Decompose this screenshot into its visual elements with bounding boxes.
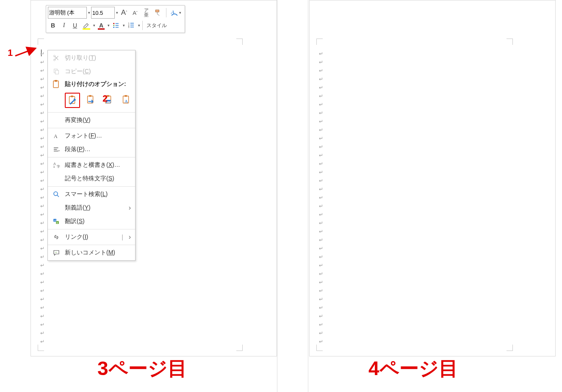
menu-separator bbox=[48, 157, 135, 157]
svg-line-41 bbox=[15, 48, 36, 56]
svg-rect-2 bbox=[116, 23, 119, 24]
paragraph-marks: ↵↵↵↵↵↵↵↵↵↵ ↵↵↵↵↵↵↵↵↵↵ ↵↵↵↵↵↵↵↵↵↵ ↵↵↵↵↵ bbox=[319, 50, 323, 346]
svg-rect-20 bbox=[71, 96, 73, 97]
dropdown-icon[interactable]: ▾ bbox=[88, 11, 90, 15]
svg-rect-18 bbox=[55, 80, 57, 82]
bold-button[interactable]: B bbox=[48, 20, 58, 31]
dropdown-icon[interactable]: ▾ bbox=[108, 23, 110, 28]
menu-separator bbox=[48, 229, 135, 229]
svg-rect-16 bbox=[55, 70, 59, 74]
svg-rect-22 bbox=[89, 95, 91, 97]
menu-separator bbox=[48, 112, 135, 113]
underline-button[interactable]: U bbox=[70, 20, 80, 31]
svg-text:あ: あ bbox=[54, 219, 56, 221]
grow-font-button[interactable]: Aˆ bbox=[119, 7, 129, 18]
svg-point-1 bbox=[113, 23, 114, 24]
menu-paste-options-title: 貼り付けのオプション: bbox=[48, 78, 135, 90]
format-painter-button[interactable] bbox=[152, 7, 164, 18]
svg-text:A: A bbox=[125, 99, 128, 104]
mini-toolbar: ▾ ▾ Aˆ Aˇ ア 亜 A ▾ B I U ▾ A ▾ bbox=[46, 5, 185, 33]
annotation-page-right: 4ページ目 bbox=[368, 356, 458, 382]
ruby-bottom: 亜 bbox=[144, 13, 148, 17]
menu-label: 段落(P)… bbox=[65, 146, 91, 153]
annotation-arrow bbox=[14, 46, 38, 58]
page-4[interactable]: ↵↵↵↵↵↵↵↵↵↵ ↵↵↵↵↵↵↵↵↵↵ ↵↵↵↵↵↵↵↵↵↵ ↵↵↵↵↵ bbox=[309, 0, 556, 356]
styles-dropdown-button[interactable]: A ▾ bbox=[169, 7, 183, 18]
italic-button[interactable]: I bbox=[59, 20, 69, 31]
annotation-number-2: 2 bbox=[102, 93, 108, 104]
copy-icon bbox=[51, 68, 61, 75]
menu-label: 再変換(V) bbox=[65, 116, 91, 124]
crop-mark bbox=[316, 39, 323, 45]
menu-paragraph[interactable]: 段落(P)… bbox=[48, 143, 135, 156]
numbering-button[interactable]: 1 2 3 bbox=[126, 20, 137, 31]
font-color-button[interactable]: A bbox=[96, 20, 106, 31]
highlight-button[interactable] bbox=[81, 20, 92, 31]
dropdown-icon[interactable]: ▾ bbox=[123, 23, 125, 28]
dropdown-icon: ▾ bbox=[179, 11, 181, 15]
svg-text:a: a bbox=[57, 221, 58, 224]
paste-keep-source-formatting[interactable] bbox=[65, 93, 80, 108]
bullets-button[interactable] bbox=[111, 20, 122, 31]
styles-button[interactable]: スタイル bbox=[145, 20, 169, 31]
paste-merge-formatting[interactable] bbox=[83, 93, 98, 107]
page-gap bbox=[277, 0, 308, 392]
menu-label: コピー(C) bbox=[65, 68, 91, 75]
menu-translate[interactable]: あa 翻訳(S) bbox=[48, 215, 135, 228]
svg-rect-31 bbox=[54, 149, 57, 150]
menu-label: 貼り付けのオプション: bbox=[65, 80, 126, 88]
menu-smart-lookup[interactable]: スマート検索(L) bbox=[48, 188, 135, 201]
menu-font[interactable]: A フォント(F)… bbox=[48, 129, 135, 143]
menu-link[interactable]: リンク(I) | bbox=[48, 230, 135, 244]
phonetic-guide-button[interactable]: ア 亜 bbox=[141, 7, 151, 18]
menu-new-comment[interactable]: + 新しいコメント(M) bbox=[48, 246, 135, 259]
menu-reconvert[interactable]: 再変換(V) bbox=[48, 113, 135, 127]
font-size-select[interactable] bbox=[91, 7, 115, 19]
menu-symbols[interactable]: 記号と特殊文字(S) bbox=[48, 172, 135, 185]
svg-point-5 bbox=[113, 27, 114, 28]
svg-point-35 bbox=[54, 192, 58, 196]
annotation-number-1: 1 bbox=[8, 47, 13, 58]
text-direction-icon: A字 bbox=[51, 161, 61, 169]
crop-mark bbox=[38, 39, 44, 45]
annotation-page-left: 3ページ目 bbox=[97, 356, 187, 382]
dropdown-icon[interactable]: ▾ bbox=[138, 23, 140, 28]
svg-rect-27 bbox=[125, 95, 127, 97]
menu-separator bbox=[48, 186, 135, 187]
menu-label: スマート検索(L) bbox=[65, 190, 108, 198]
menu-label: フォント(F)… bbox=[65, 132, 102, 140]
dropdown-icon[interactable]: ▾ bbox=[116, 11, 118, 15]
menu-synonyms[interactable]: 類義語(Y) bbox=[48, 201, 135, 215]
font-family-select[interactable] bbox=[48, 7, 87, 19]
svg-rect-17 bbox=[53, 81, 58, 88]
menu-cut[interactable]: 切り取り(T) bbox=[48, 51, 135, 65]
paragraph-marks: ↵↵↵↵↵↵↵↵↵↵ ↵↵↵↵↵↵↵↵↵↵ ↵↵↵↵↵↵↵↵↵↵ ↵↵↵↵↵ bbox=[40, 50, 44, 346]
menu-label: 縦書きと横書き(X)… bbox=[65, 161, 120, 169]
svg-rect-8 bbox=[130, 23, 134, 24]
crop-mark bbox=[507, 345, 513, 351]
crop-mark bbox=[507, 39, 513, 45]
separator bbox=[166, 8, 166, 17]
dropdown-icon[interactable]: ▾ bbox=[93, 23, 95, 28]
svg-rect-32 bbox=[54, 151, 58, 152]
paste-text-only[interactable]: A bbox=[119, 93, 133, 107]
svg-point-3 bbox=[113, 25, 114, 26]
font-icon: A bbox=[51, 132, 61, 140]
svg-text:字: 字 bbox=[57, 165, 60, 168]
crop-mark bbox=[236, 345, 243, 351]
menu-label: 翻訳(S) bbox=[65, 218, 85, 225]
crop-mark bbox=[236, 39, 243, 45]
menu-label: リンク(I) bbox=[65, 233, 88, 241]
separator bbox=[142, 21, 143, 30]
menu-label: 記号と特殊文字(S) bbox=[65, 175, 114, 182]
link-icon bbox=[51, 233, 61, 241]
svg-rect-4 bbox=[116, 25, 119, 26]
shrink-font-button[interactable]: Aˇ bbox=[130, 7, 140, 18]
menu-text-direction[interactable]: A字 縦書きと横書き(X)… bbox=[48, 158, 135, 172]
svg-rect-6 bbox=[116, 27, 119, 28]
clipboard-icon bbox=[51, 79, 61, 89]
menu-separator bbox=[48, 128, 135, 128]
svg-rect-10 bbox=[130, 25, 134, 26]
menu-copy[interactable]: コピー(C) bbox=[48, 65, 135, 78]
scissors-icon bbox=[51, 54, 61, 62]
